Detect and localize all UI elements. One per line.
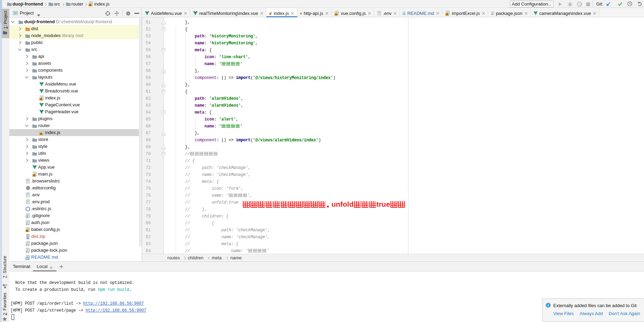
svg-text:{}: {} [491, 13, 493, 16]
svg-text:JS: JS [89, 4, 91, 6]
svg-text:JS: JS [33, 174, 35, 177]
svg-text:JS: JS [270, 14, 271, 15]
svg-text:JS: JS [335, 13, 337, 16]
svg-text:MD: MD [403, 13, 405, 15]
svg-text:JS: JS [26, 230, 28, 232]
svg-text:{}: {} [26, 223, 29, 225]
svg-text:{}: {} [26, 250, 29, 253]
svg-text:{}: {} [26, 243, 29, 246]
svg-text:JS: JS [300, 13, 302, 15]
svg-text:JS: JS [39, 98, 42, 100]
svg-text:MD: MD [26, 258, 29, 260]
svg-text:JS: JS [39, 133, 42, 135]
svg-text:JS: JS [445, 13, 448, 16]
